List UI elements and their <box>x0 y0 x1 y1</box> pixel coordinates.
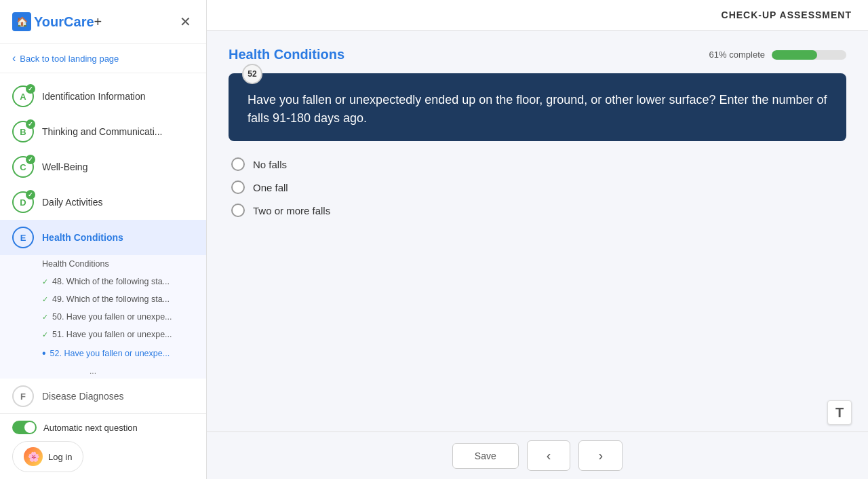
progress-bar-fill <box>772 50 817 60</box>
check-icon-49: ✓ <box>42 295 48 304</box>
nav-letter-f: F <box>20 391 26 402</box>
sidebar-item-label-c: Well-Being <box>42 161 194 172</box>
sidebar-item-thinking[interactable]: B ✓ Thinking and Communicati... <box>0 114 206 149</box>
check-icon-50: ✓ <box>42 313 48 322</box>
sidebar-item-disease[interactable]: F Disease Diagnoses <box>0 379 206 413</box>
radio-option-no-falls[interactable]: No falls <box>231 157 846 171</box>
nav-letter-b: B <box>20 127 26 137</box>
main-header: CHECK-UP ASSESSMENT <box>207 0 868 31</box>
question-number-badge: 52 <box>242 64 262 84</box>
sub-item-50[interactable]: ✓ 50. Have you fallen or unexpe... <box>42 308 206 326</box>
nav-letter-a: A <box>20 92 26 102</box>
auto-next-label: Automatic next question <box>43 423 138 433</box>
prev-button[interactable]: ‹ <box>527 440 571 471</box>
back-link[interactable]: ‹ Back to tool landing page <box>0 44 206 73</box>
content-area: Health Conditions 61% complete 52 Have y… <box>207 31 868 432</box>
radio-option-one-fall[interactable]: One fall <box>231 180 846 194</box>
font-size-icon: T <box>835 405 844 421</box>
radio-label-two-falls: Two or more falls <box>253 205 330 216</box>
next-button[interactable]: › <box>578 440 623 471</box>
progress-text: 61% complete <box>709 50 765 60</box>
question-card: 52 Have you fallen or unexpectedly ended… <box>229 73 846 141</box>
prev-icon: ‹ <box>547 448 551 463</box>
sidebar-item-label-b: Thinking and Communicati... <box>42 126 194 137</box>
log-in-button[interactable]: 🌸 Log in <box>12 441 83 472</box>
check-badge-a: ✓ <box>26 84 35 94</box>
logo-icon: 🏠 <box>12 12 31 31</box>
next-icon: › <box>598 448 603 463</box>
sidebar-item-daily-activities[interactable]: D ✓ Daily Activities <box>0 185 206 220</box>
radio-option-two-falls[interactable]: Two or more falls <box>231 204 846 217</box>
save-button[interactable]: Save <box>452 443 519 469</box>
sub-item-52[interactable]: • 52. Have you fallen or unexpe... <box>42 343 206 364</box>
radio-label-one-fall: One fall <box>253 182 288 193</box>
radio-options: No falls One fall Two or more falls <box>229 157 846 217</box>
sidebar-item-label-f: Disease Diagnoses <box>42 391 194 402</box>
logo: 🏠 YourCare+ <box>12 12 102 31</box>
section-header: Health Conditions 61% complete <box>229 47 846 62</box>
nav-letter-e: E <box>20 233 26 243</box>
main-content: CHECK-UP ASSESSMENT Health Conditions 61… <box>207 0 868 479</box>
sidebar-item-label-a: Identification Information <box>42 91 194 102</box>
check-badge-d: ✓ <box>26 190 35 199</box>
nav-circle-a: A ✓ <box>12 85 34 107</box>
radio-circle-one-fall <box>231 180 245 194</box>
nav-items: A ✓ Identification Information B ✓ Think… <box>0 73 206 413</box>
sidebar-item-identification[interactable]: A ✓ Identification Information <box>0 79 206 114</box>
sidebar-item-wellbeing[interactable]: C ✓ Well-Being <box>0 149 206 185</box>
progress-bar <box>772 50 846 60</box>
nav-circle-f: F <box>12 385 34 407</box>
sub-item-48[interactable]: ✓ 48. Which of the following sta... <box>42 273 206 290</box>
sub-item-49[interactable]: ✓ 49. Which of the following sta... <box>42 290 206 308</box>
sub-more: ... <box>42 364 206 379</box>
auto-next-area: Automatic next question <box>12 421 194 434</box>
radio-circle-no-falls <box>231 157 245 171</box>
logo-text: YourCare+ <box>34 14 102 30</box>
sub-item-health-header: Health Conditions <box>42 255 206 273</box>
back-label: Back to tool landing page <box>20 54 119 64</box>
nav-letter-d: D <box>20 197 26 208</box>
sidebar-item-health-conditions[interactable]: E Health Conditions <box>0 220 206 255</box>
close-icon: ✕ <box>180 14 191 29</box>
section-title: Health Conditions <box>229 47 344 62</box>
sidebar-header: 🏠 YourCare+ ✕ <box>0 0 206 44</box>
check-badge-c: ✓ <box>26 155 35 164</box>
progress-area: 61% complete <box>709 50 846 60</box>
sidebar-item-label-e: Health Conditions <box>42 232 194 243</box>
radio-label-no-falls: No falls <box>253 159 287 170</box>
sub-item-51[interactable]: ✓ 51. Have you fallen or unexpe... <box>42 326 206 343</box>
dot-icon-52: • <box>42 347 46 360</box>
back-arrow-icon: ‹ <box>12 52 16 64</box>
log-in-label: Log in <box>48 452 72 462</box>
nav-circle-c: C ✓ <box>12 156 34 178</box>
sidebar-footer: Automatic next question 🌸 Log in <box>0 413 206 479</box>
nav-letter-c: C <box>20 162 26 172</box>
check-badge-b: ✓ <box>26 119 35 129</box>
check-icon-48: ✓ <box>42 277 48 286</box>
assessment-title: CHECK-UP ASSESSMENT <box>722 9 852 20</box>
sidebar-item-label-d: Daily Activities <box>42 197 194 208</box>
check-icon-51: ✓ <box>42 330 48 339</box>
question-text: Have you fallen or unexpectedly ended up… <box>248 91 827 128</box>
nav-circle-d: D ✓ <box>12 191 34 213</box>
radio-circle-two-falls <box>231 204 245 217</box>
font-size-button[interactable]: T <box>827 400 852 425</box>
auto-next-toggle[interactable] <box>12 421 37 434</box>
avatar-icon: 🌸 <box>24 447 43 466</box>
bottom-nav: Save ‹ › <box>207 432 868 479</box>
nav-circle-b: B ✓ <box>12 121 34 142</box>
sub-items-health: Health Conditions ✓ 48. Which of the fol… <box>0 255 206 379</box>
nav-circle-e: E <box>12 227 34 248</box>
toggle-knob <box>24 422 35 433</box>
close-button[interactable]: ✕ <box>177 11 194 33</box>
sidebar: 🏠 YourCare+ ✕ ‹ Back to tool landing pag… <box>0 0 207 479</box>
